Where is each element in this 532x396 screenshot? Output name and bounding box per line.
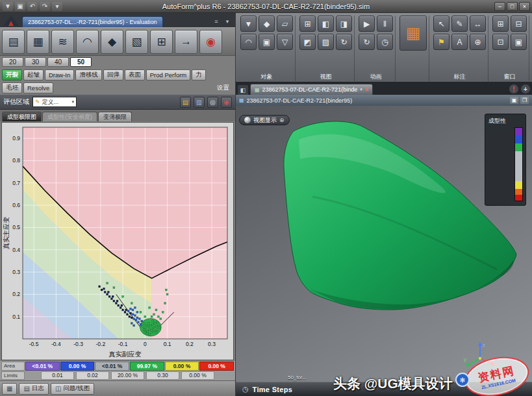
log-button[interactable]: ▤日志: [19, 383, 48, 395]
stage-button-30[interactable]: 30: [25, 57, 46, 67]
section-tool[interactable]: ◠: [76, 30, 99, 54]
punch-object-icon[interactable]: ◠: [240, 34, 257, 50]
pin-panel-icon[interactable]: ≡: [212, 18, 221, 25]
display-settings-tool[interactable]: ▤: [2, 30, 25, 54]
measure-icon[interactable]: ↔: [470, 16, 486, 32]
result-type-button-4[interactable]: 回弹: [103, 69, 123, 80]
view-display-button[interactable]: 视图显示 ⊕: [239, 115, 290, 125]
restore-view-icon[interactable]: ▣: [510, 97, 518, 104]
annotate-pencil-icon[interactable]: ✎: [451, 16, 468, 32]
report-tool[interactable]: ▧: [125, 30, 148, 54]
save-icon[interactable]: ▣: [15, 2, 25, 11]
dropdown-arrow-icon: ▾: [71, 99, 74, 105]
result-type-button-1[interactable]: 起皱: [23, 69, 44, 80]
window-cascade-icon[interactable]: ⊟: [511, 16, 527, 32]
document-tab[interactable]: ▦ 23862753-07-DL-CAE-R2-721(binde ▾ ×: [250, 84, 373, 95]
fld-chart[interactable]: -0.5-0.4-0.3-0.2-0.100.10.20.30.10.20.30…: [1, 122, 234, 360]
close-button[interactable]: ×: [519, 2, 530, 11]
evaluation-region-dropdown[interactable]: ✎ 定义... ▾: [32, 97, 77, 107]
result-tab-1[interactable]: 成型性(安全裕度): [42, 112, 97, 121]
result-tab-2[interactable]: 变薄极限: [98, 112, 132, 121]
secondary-button-row: 毛坯Resolve设置: [0, 82, 235, 94]
evaluation-tab[interactable]: 23862753-07-DL...-R2-721(binder95) - Eva…: [22, 16, 163, 27]
close-view-icon[interactable]: ❐: [520, 97, 529, 104]
geometry-check-tool[interactable]: ◆: [101, 30, 123, 54]
grid-toggle-button[interactable]: ▦: [2, 383, 17, 395]
view-rotate-icon[interactable]: ↻: [336, 34, 352, 50]
result-tab-0[interactable]: 成型极限图: [2, 112, 42, 121]
secondary-button-0[interactable]: 毛坯: [2, 82, 22, 93]
text-label-icon[interactable]: A: [451, 34, 468, 50]
alert-icon[interactable]: !: [509, 84, 518, 93]
add-view-button[interactable]: +: [521, 84, 530, 93]
time-icon[interactable]: ◷: [377, 34, 393, 50]
flow-lines-tool[interactable]: ≋: [51, 30, 74, 54]
result-type-button-3[interactable]: 滑移线: [75, 69, 102, 80]
secondary-button-1[interactable]: Resolve: [23, 82, 53, 93]
stage-button-50[interactable]: 50: [70, 57, 92, 67]
window-single-icon[interactable]: ⊡: [492, 34, 509, 50]
view-side-icon[interactable]: ◨: [336, 16, 352, 32]
cursor-icon[interactable]: ↖: [433, 16, 450, 32]
marker-icon[interactable]: ◉: [221, 97, 232, 108]
probe-pin-tool[interactable]: ◉: [199, 30, 222, 54]
toolbar-group-3: ▦: [398, 16, 429, 81]
stage-button-20[interactable]: 20: [2, 57, 23, 67]
histogram-icon[interactable]: ▥: [194, 97, 205, 108]
area-cell-5: 0.00 %: [199, 362, 234, 371]
pause-icon[interactable]: ‖: [377, 16, 393, 32]
result-grid-tool[interactable]: ▦: [27, 30, 49, 54]
tab-dropdown-icon[interactable]: ▾: [360, 87, 362, 92]
export-tool[interactable]: →: [175, 30, 197, 54]
window-layout-tool[interactable]: ⊞: [150, 30, 173, 54]
add-display-icon[interactable]: ⊕: [279, 117, 285, 123]
result-type-button-0[interactable]: 开裂: [2, 69, 22, 80]
maximize-button[interactable]: □: [507, 2, 518, 11]
blank-object-icon[interactable]: ▼: [240, 16, 257, 32]
viewport-3d[interactable]: 视图显示 ⊕ 成型性 z x y: [236, 106, 532, 382]
autoform-logo-icon: [3, 15, 19, 27]
tool-face-icon[interactable]: ▦: [399, 16, 427, 51]
window-new-icon[interactable]: ▣: [511, 34, 527, 50]
result-type-button-6[interactable]: Prod Perform: [146, 69, 191, 80]
result-type-button-2[interactable]: Draw-In: [45, 69, 74, 80]
svg-text:-0.4: -0.4: [51, 341, 61, 347]
svg-text:0.2: 0.2: [186, 341, 194, 347]
settings-button[interactable]: 设置: [213, 84, 233, 92]
add-note-icon[interactable]: ⊕: [470, 34, 486, 50]
log-button-icon: ▤: [23, 385, 29, 392]
window-tile-icon[interactable]: ⊞: [492, 16, 509, 32]
target-icon[interactable]: ◎: [207, 97, 218, 108]
issues-button[interactable]: ◫问题/线图: [51, 383, 94, 395]
redo-icon[interactable]: ↷: [40, 2, 50, 11]
area-row: Area <0.01 %0.00 %<0.01 %99.97 %0.00 %0.…: [1, 362, 234, 371]
flag-icon[interactable]: ⚑: [433, 34, 450, 50]
app-menu-icon[interactable]: ▼: [3, 2, 13, 11]
evaluation-region-value: 定义...: [42, 98, 59, 106]
collapse-panel-icon[interactable]: ▾: [223, 18, 232, 25]
result-type-button-7[interactable]: 力: [192, 69, 206, 80]
die-object-icon[interactable]: ◆: [259, 16, 275, 32]
area-cell-0: <0.01 %: [25, 362, 60, 371]
svg-text:y: y: [464, 356, 466, 362]
layers-icon[interactable]: ▤: [180, 97, 191, 108]
binder-object-icon[interactable]: ▱: [277, 16, 293, 32]
play-icon[interactable]: ▶: [359, 16, 375, 32]
result-type-button-5[interactable]: 表面: [125, 69, 145, 80]
part-object-icon[interactable]: ▽: [277, 34, 293, 50]
view-back-icon[interactable]: ▨: [318, 34, 334, 50]
stage-button-40[interactable]: 40: [47, 57, 69, 67]
view-top-icon[interactable]: ⊞: [299, 16, 316, 32]
history-icon[interactable]: ▾: [52, 2, 62, 11]
issues-button-icon: ◫: [55, 385, 61, 392]
tab-close-icon[interactable]: ×: [365, 86, 368, 93]
addendum-object-icon[interactable]: ▣: [259, 34, 275, 50]
view-front-icon[interactable]: ◧: [318, 16, 334, 32]
undo-icon[interactable]: ↶: [27, 2, 38, 11]
toolbar-group-label-4: 标注: [433, 73, 486, 81]
minimize-button[interactable]: –: [494, 2, 505, 11]
view-iso-icon[interactable]: ◩: [299, 34, 316, 50]
loop-icon[interactable]: ↻: [359, 34, 375, 50]
safe-legend-segment: [515, 143, 522, 151]
palette-icon[interactable]: ◧: [238, 85, 248, 95]
